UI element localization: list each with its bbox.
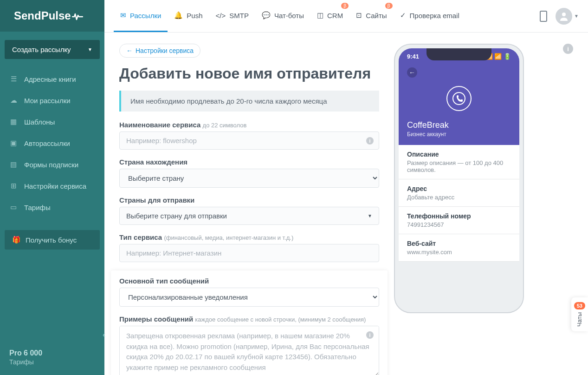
examples-textarea[interactable] [119, 326, 379, 375]
sidebar-item-address-books[interactable]: ☰Адресные книги [0, 68, 104, 90]
info-label: Описание [407, 151, 511, 158]
content: i ← Настройки сервиса Добавить новое имя… [104, 33, 588, 375]
send-countries-select[interactable]: Выберите страну для отправки▼ [119, 207, 379, 225]
info-label: Веб-сайт [407, 240, 511, 247]
topnav-campaigns[interactable]: ✉Рассылки [114, 0, 168, 32]
topnav-smtp[interactable]: </>SMTP [209, 0, 255, 32]
chevron-down-icon: ▼ [368, 213, 372, 218]
bell-icon: 🔔 [174, 11, 183, 20]
country-select[interactable]: Выберите страну [119, 169, 379, 188]
check-icon: ✓ [400, 11, 406, 20]
back-link[interactable]: ← Настройки сервиса [119, 44, 200, 58]
label-hint: (финансовый, медиа, интернет-магазин и т… [164, 234, 293, 241]
topnav-label: Сайты [366, 12, 387, 20]
preview-website: Веб-сайт www.mysite.com [399, 234, 519, 262]
credit-icon: ▭ [9, 203, 18, 211]
nav-label: Шаблоны [24, 118, 55, 126]
topnav-push[interactable]: 🔔Push [168, 0, 209, 32]
plan-info: Pro 6 000 Тарифы [0, 340, 104, 375]
sidebar-item-forms[interactable]: ▤Формы подписки [0, 154, 104, 175]
label-text: Наименование сервиса [119, 121, 200, 129]
viber-logo-icon [446, 86, 472, 111]
create-label: Создать рассылку [12, 46, 71, 53]
mobile-icon[interactable] [540, 11, 547, 22]
create-campaign-button[interactable]: Создать рассылку ▼ [5, 40, 100, 59]
renewal-notice: Имя необходимо продлевать до 20-го числа… [119, 91, 379, 112]
topnav-label: Рассылки [130, 12, 161, 20]
template-icon: ▦ [9, 118, 18, 126]
viber-header: ← CoffeBreak Бизнес аккаунт [399, 62, 519, 145]
sidebar-item-automation[interactable]: ▣Авторассылки [0, 132, 104, 154]
sidebar-item-templates[interactable]: ▦Шаблоны [0, 111, 104, 132]
avatar[interactable] [556, 8, 572, 25]
topnav-sites[interactable]: ⊡Сайтыβ [349, 0, 393, 32]
beta-badge: β [341, 3, 349, 9]
topnav-label: Push [187, 12, 202, 20]
preview-phone: Телефонный номер 74991234567 [399, 207, 519, 234]
page-title: Добавить новое имя отправителя [119, 65, 379, 82]
preview-column: 9:41 📶 📶 🔋 ← CoffeBreak Бизнес аккаунт [394, 44, 533, 364]
sliders-icon: ⊞ [9, 182, 18, 190]
label-text: Тип сервиса [119, 233, 162, 241]
back-link-text: Настройки сервиса [136, 47, 194, 54]
nav-label: Формы подписки [24, 161, 78, 169]
code-icon: </> [216, 12, 226, 20]
msg-type-select[interactable]: Персонализированные уведомления [119, 288, 379, 307]
chat-label: Чаты [576, 312, 583, 327]
info-icon[interactable]: i [366, 331, 374, 339]
bonus-button[interactable]: 🎁 Получить бонус [5, 230, 100, 250]
info-label: Адрес [407, 185, 511, 192]
main: ✉Рассылки 🔔Push </>SMTP 💬Чат-боты ◫CRMβ … [104, 0, 588, 375]
help-icon[interactable]: i [563, 44, 573, 54]
profile-type: Бизнес аккаунт [407, 131, 511, 138]
topbar: ✉Рассылки 🔔Push </>SMTP 💬Чат-боты ◫CRMβ … [104, 0, 588, 33]
info-label: Телефонный номер [407, 212, 511, 220]
bonus-label: Получить бонус [26, 236, 77, 244]
brand-text: SendPulse [14, 9, 71, 22]
topnav-label: Проверка email [410, 12, 459, 20]
nav-label: Адресные книги [24, 75, 76, 83]
topnav: ✉Рассылки 🔔Push </>SMTP 💬Чат-боты ◫CRMβ … [114, 0, 538, 32]
nav-label: Настройки сервиса [24, 182, 86, 190]
chat-widget[interactable]: 53 Чаты [571, 297, 588, 331]
plan-pricing-link[interactable]: Тарифы [9, 358, 95, 366]
topnav-verify[interactable]: ✓Проверка email [394, 0, 466, 32]
sidebar-item-my-campaigns[interactable]: ☁Мои рассылки [0, 90, 104, 111]
pulse-icon [71, 9, 83, 22]
sidebar: SendPulse Создать рассылку ▼ ☰Адресные к… [0, 0, 104, 375]
brand-logo[interactable]: SendPulse [0, 0, 104, 32]
service-name-input[interactable] [119, 132, 379, 150]
nav-label: Тарифы [24, 204, 51, 211]
sidebar-item-settings[interactable]: ⊞Настройки сервиса [0, 175, 104, 197]
info-value: www.mysite.com [407, 249, 511, 256]
service-type-label: Тип сервиса (финансовый, медиа, интернет… [119, 233, 379, 241]
msg-type-label: Основной тип сообщений [119, 277, 379, 285]
gift-icon: 🎁 [12, 236, 21, 244]
sidebar-nav: ☰Адресные книги ☁Мои рассылки ▦Шаблоны ▣… [0, 65, 104, 222]
svg-point-1 [453, 92, 465, 105]
topnav-crm[interactable]: ◫CRMβ [310, 0, 349, 32]
topbar-right: ▼ [540, 8, 579, 25]
nav-label: Авторассылки [24, 139, 70, 147]
service-name-label: Наименование сервиса до 22 символов [119, 121, 379, 129]
phone-mockup: 9:41 📶 📶 🔋 ← CoffeBreak Бизнес аккаунт [394, 44, 524, 313]
select-placeholder: Выберите страну для отправки [126, 212, 227, 220]
preview-description: Описание Размер описания — от 100 до 400… [399, 145, 519, 179]
chat-count-badge: 53 [574, 302, 585, 309]
upload-icon: ☁ [9, 96, 18, 105]
field-send-countries: Страны для отправки Выберите страну для … [119, 196, 379, 225]
country-label: Страна нахождения [119, 158, 379, 166]
info-value: Размер описания — от 100 до 400 символов… [407, 159, 511, 173]
form-icon: ▤ [9, 160, 18, 169]
book-icon: ☰ [9, 75, 18, 83]
auto-icon: ▣ [9, 139, 18, 147]
topnav-chatbots[interactable]: 💬Чат-боты [255, 0, 310, 32]
field-service-type: Тип сервиса (финансовый, медиа, интернет… [119, 233, 379, 262]
service-type-input[interactable] [119, 244, 379, 262]
sidebar-item-pricing[interactable]: ▭Тарифы [0, 197, 104, 218]
chevron-down-icon[interactable]: ▼ [574, 13, 579, 19]
phone-back-button[interactable]: ← [407, 67, 417, 78]
info-icon[interactable]: i [366, 137, 374, 145]
label-text: Примеры сообщений [119, 315, 193, 323]
highlighted-section: Основной тип сообщений Персонализированн… [111, 270, 388, 375]
